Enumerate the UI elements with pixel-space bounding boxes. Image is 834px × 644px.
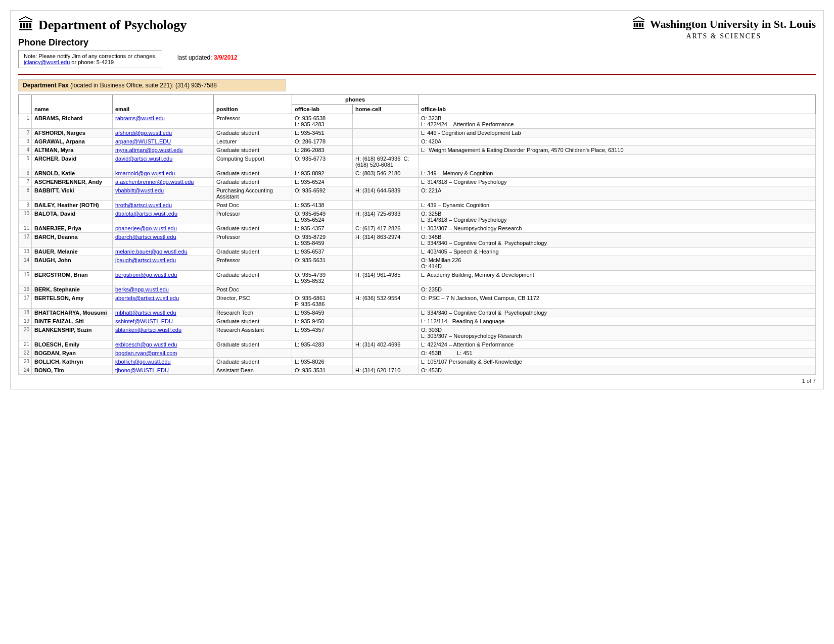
row-num: 4 xyxy=(19,146,32,155)
row-num: 24 xyxy=(19,366,32,375)
email-link[interactable]: ssbintef@WUSTL.EDU xyxy=(115,318,173,324)
row-office-lab: L: 935-6537 xyxy=(292,247,353,256)
row-email: melanie.bauer@go.wustl.edu xyxy=(113,247,214,256)
row-office-lab2: O: PSC – 7 N Jackson, West Campus, CB 11… xyxy=(419,294,816,309)
row-home-cell: H: (314) 725-6933 xyxy=(353,210,419,224)
table-row: 14BAUGH, Johnjbaugh@artsci.wustl.eduProf… xyxy=(19,256,816,271)
email-link[interactable]: sblanken@artsci.wustl.edu xyxy=(115,327,181,333)
row-email: vbabbitt@wustl.edu xyxy=(113,186,214,201)
email-link[interactable]: afshordi@go.wustl.edu xyxy=(115,130,172,136)
email-link[interactable]: tjbono@WUSTL.EDU xyxy=(115,367,169,373)
row-home-cell: H: (314) 863-2974 xyxy=(353,233,419,247)
row-position xyxy=(214,349,292,358)
row-position: Professor xyxy=(214,210,292,224)
table-row: 5ARCHER, Daviddavid@artsci.wustl.eduComp… xyxy=(19,155,816,169)
row-name: BERTELSON, Amy xyxy=(32,294,113,309)
row-home-cell: C: (803) 546-2180 xyxy=(353,169,419,178)
wustl-subtitle: ARTS & SCIENCES xyxy=(632,32,816,40)
row-office-lab: L: 935-4283 xyxy=(292,340,353,349)
row-office-lab2: O: McMillan 226 O: 414D xyxy=(419,256,816,271)
row-office-lab: L: 935-4357 xyxy=(292,326,353,340)
row-office-lab2: L: 349 – Memory & Cognition xyxy=(419,169,816,178)
row-home-cell xyxy=(353,178,419,186)
directory-table: name email position phones office-lab of… xyxy=(18,94,816,375)
row-position: Professor xyxy=(214,114,292,129)
notice-email[interactable]: jclancy@wustl.edu xyxy=(24,59,70,65)
email-link[interactable]: dbalota@artsci.wustl.edu xyxy=(115,211,177,217)
row-email: dbalota@artsci.wustl.edu xyxy=(113,210,214,224)
table-row: 20BLANKENSHIP, Suzinsblanken@artsci.wust… xyxy=(19,326,816,340)
row-home-cell: H: (636) 532-9554 xyxy=(353,294,419,309)
row-position: Computing Support xyxy=(214,155,292,169)
row-name: BLOESCH, Emily xyxy=(32,340,113,349)
page-header: 🏛 Department of Psychology Phone Directo… xyxy=(18,16,816,75)
email-link[interactable]: david@artsci.wustl.edu xyxy=(115,156,172,162)
row-home-cell xyxy=(353,146,419,155)
row-num: 20 xyxy=(19,326,32,340)
last-updated-label: last updated: xyxy=(177,54,212,61)
email-link[interactable]: berks@npg.wustl.edu xyxy=(115,286,169,292)
email-link[interactable]: vbabbitt@wustl.edu xyxy=(115,187,164,193)
notice-phone: or phone: 5-4219 xyxy=(71,59,114,65)
fax-text: Department Fax (located in Business Offi… xyxy=(23,82,217,89)
dept-logo-area: 🏛 Department of Psychology xyxy=(18,16,238,34)
table-row: 7ASCHENBRENNER, Andya.aschenbrenner@go.w… xyxy=(19,178,816,186)
email-link[interactable]: hroth@artsci.wustl.edu xyxy=(115,202,172,208)
row-position: Graduate student xyxy=(214,146,292,155)
row-home-cell xyxy=(353,201,419,210)
row-email: sblanken@artsci.wustl.edu xyxy=(113,326,214,340)
email-link[interactable]: pbanerjee@go.wustl.edu xyxy=(115,225,177,231)
email-link[interactable]: dbarch@artsci.wustl.edu xyxy=(115,234,176,240)
email-link[interactable]: bergstrom@go.wustl.edu xyxy=(115,272,177,278)
row-office-lab2: O: 303D L: 303/307 – Neuropsychology Res… xyxy=(419,326,816,340)
row-name: BAUGH, John xyxy=(32,256,113,271)
row-home-cell xyxy=(353,326,419,340)
row-office-lab2: O: 420A xyxy=(419,137,816,146)
email-link[interactable]: kbollich@go.wustl.edu xyxy=(115,359,171,365)
row-email: tjbono@WUSTL.EDU xyxy=(113,366,214,375)
email-link[interactable]: myra.altman@go.wustl.edu xyxy=(115,147,182,153)
col-header-office-lab: office-lab xyxy=(292,105,353,114)
email-link[interactable]: ekbloesch@go.wustl.edu xyxy=(115,341,177,348)
row-office-lab: O: 935-3531 xyxy=(292,366,353,375)
header-right: 🏛 Washington University in St. Louis ART… xyxy=(632,16,816,40)
row-num: 5 xyxy=(19,155,32,169)
row-num: 3 xyxy=(19,137,32,146)
email-link[interactable]: abertels@artsci.wustl.edu xyxy=(115,295,179,301)
row-email: dbarch@artsci.wustl.edu xyxy=(113,233,214,247)
email-link[interactable]: arpana@WUSTL.EDU xyxy=(115,138,171,144)
page-footer: 1 of 7 xyxy=(18,378,816,384)
row-office-lab2: L: 303/307 – Neuropsychology Research xyxy=(419,224,816,233)
row-num: 6 xyxy=(19,169,32,178)
email-link[interactable]: jbaugh@artsci.wustl.edu xyxy=(115,257,176,263)
table-row: 2AFSHORDI, Nargesafshordi@go.wustl.eduGr… xyxy=(19,129,816,137)
table-row: 6ARNOLD, Katiekmarnold@go.wustl.eduGradu… xyxy=(19,169,816,178)
row-home-cell: C: (617) 417-2826 xyxy=(353,224,419,233)
table-row: 9BAILEY, Heather (ROTH)hroth@artsci.wust… xyxy=(19,201,816,210)
row-name: ALTMAN, Myra xyxy=(32,146,113,155)
table-row: 4ALTMAN, Myramyra.altman@go.wustl.eduGra… xyxy=(19,146,816,155)
col-header-name: name xyxy=(32,95,113,114)
row-home-cell: H: (618) 692-4936 C: (618) 520-6081 xyxy=(353,155,419,169)
email-link[interactable]: mbhatt@artsci.wustl.edu xyxy=(115,310,176,316)
row-name: BERGSTROM, Brian xyxy=(32,271,113,285)
row-office-lab2: L: 449 - Cognition and Development Lab xyxy=(419,129,816,137)
row-email: hroth@artsci.wustl.edu xyxy=(113,201,214,210)
email-link[interactable]: bogdan.ryan@gmail.com xyxy=(115,350,177,356)
email-link[interactable]: rabrams@wustl.edu xyxy=(115,115,165,121)
row-office-lab: O: 935-4739 L: 935-8532 xyxy=(292,271,353,285)
wustl-icon: 🏛 xyxy=(632,16,646,32)
table-row: 8BABBITT, Vickivbabbitt@wustl.eduPurchas… xyxy=(19,186,816,201)
row-name: BLANKENSHIP, Suzin xyxy=(32,326,113,340)
wustl-title: Washington University in St. Louis xyxy=(650,18,816,31)
row-office-lab2: L: 112/114 - Reading & Language xyxy=(419,317,816,326)
row-office-lab2: O: 323B L: 422/424 – Attention & Perform… xyxy=(419,114,816,129)
row-position: Director, PSC xyxy=(214,294,292,309)
row-email: rabrams@wustl.edu xyxy=(113,114,214,129)
email-link[interactable]: a.aschenbrenner@go.wustl.edu xyxy=(115,179,194,185)
email-link[interactable]: kmarnold@go.wustl.edu xyxy=(115,170,175,176)
dept-title: Department of Psychology xyxy=(38,18,187,33)
row-home-cell xyxy=(353,247,419,256)
row-office-lab: L: 286-2083 xyxy=(292,146,353,155)
email-link[interactable]: melanie.bauer@go.wustl.edu xyxy=(115,249,188,255)
